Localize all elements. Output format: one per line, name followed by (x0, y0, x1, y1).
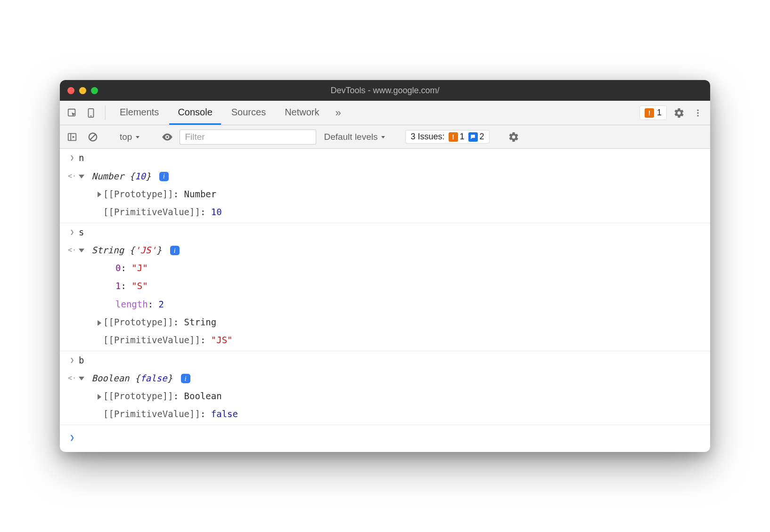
property-key: [[Prototype]] (103, 391, 173, 401)
console-output: ❯ n<· Number {10} i [[Prototype]]: Numbe… (60, 149, 710, 451)
console-output-row[interactable]: <· Boolean {false} i (60, 369, 710, 387)
issues-label: 3 Issues: (410, 132, 444, 142)
warning-icon: ! (645, 108, 654, 118)
object-property-row: [[PrimitiveValue]]: 10 (60, 203, 710, 223)
object-property-row: [[PrimitiveValue]]: false (60, 405, 710, 425)
property-key: [[PrimitiveValue]] (103, 409, 200, 419)
device-toggle-icon[interactable] (82, 101, 99, 125)
filter-input[interactable] (180, 129, 316, 145)
chevron-down-icon (135, 134, 140, 140)
warnings-count: 1 (657, 108, 662, 118)
svg-line-10 (90, 134, 96, 139)
disclosure-triangle-icon[interactable] (79, 249, 84, 252)
clear-console-icon[interactable] (84, 132, 101, 142)
tab-elements[interactable]: Elements (111, 101, 167, 125)
message-icon (468, 132, 478, 142)
object-header[interactable]: String {'JS'} i (79, 242, 704, 258)
divider (105, 105, 106, 120)
console-prompt[interactable]: ❯ (60, 425, 710, 452)
property-value: 2 (159, 299, 164, 309)
property-key: [[Prototype]] (103, 317, 173, 327)
tab-sources[interactable]: Sources (223, 101, 274, 125)
devtools-window: DevTools - www.google.com/ Elements Cons… (60, 80, 710, 451)
warnings-badge[interactable]: ! 1 (639, 105, 667, 120)
disclosure-triangle-icon[interactable] (98, 394, 101, 400)
property-value: false (211, 409, 238, 419)
console-toolbar: top Default levels 3 Issues: ! 1 2 (60, 125, 710, 149)
console-output-row[interactable]: <· String {'JS'} i (60, 241, 710, 259)
input-chevron-icon: ❯ (66, 225, 79, 239)
window-title: DevTools - www.google.com/ (330, 86, 439, 96)
svg-marker-13 (381, 136, 385, 138)
property-key: [[PrimitiveValue]] (103, 335, 200, 345)
output-chevron-icon: <· (66, 371, 79, 385)
info-icon[interactable]: i (159, 172, 169, 181)
property-value: 10 (211, 207, 222, 217)
output-chevron-icon: <· (66, 242, 79, 257)
object-property-row: length: 2 (60, 295, 710, 313)
prompt-chevron-icon: ❯ (66, 429, 79, 444)
issues-warn-badge: ! 1 (449, 132, 465, 142)
console-input-row[interactable]: ❯ n (60, 149, 710, 167)
svg-point-4 (697, 112, 698, 113)
minimize-window-button[interactable] (79, 87, 86, 94)
input-text: n (79, 150, 704, 165)
property-key: 1 (115, 281, 121, 291)
input-text: b (79, 353, 704, 368)
svg-rect-6 (68, 133, 76, 140)
object-property-row: 1: "S" (60, 277, 710, 295)
settings-icon[interactable] (671, 101, 688, 125)
input-text: s (79, 225, 704, 240)
property-key: length (115, 299, 148, 309)
svg-marker-8 (73, 136, 75, 138)
output-chevron-icon: <· (66, 169, 79, 183)
object-header[interactable]: Number {10} i (79, 169, 704, 184)
object-property-row[interactable]: [[Prototype]]: String (60, 313, 710, 331)
svg-marker-11 (136, 136, 139, 138)
close-window-button[interactable] (67, 87, 74, 94)
kebab-menu-icon[interactable] (689, 101, 706, 125)
console-input-row[interactable]: ❯ b (60, 351, 710, 369)
console-input-row[interactable]: ❯ s (60, 223, 710, 241)
property-value: String (184, 317, 217, 327)
log-levels-select[interactable]: Default levels (320, 132, 390, 142)
maximize-window-button[interactable] (91, 87, 98, 94)
property-key: 0 (115, 263, 121, 273)
tab-network[interactable]: Network (276, 101, 328, 125)
disclosure-triangle-icon[interactable] (98, 320, 101, 326)
issues-msg-count: 2 (480, 132, 484, 142)
chevron-down-icon (380, 134, 386, 140)
input-chevron-icon: ❯ (66, 353, 79, 367)
issues-badge[interactable]: 3 Issues: ! 1 2 (405, 130, 489, 144)
console-settings-icon[interactable] (505, 131, 522, 143)
issues-msg-badge: 2 (468, 132, 484, 142)
property-value: "J" (131, 263, 147, 273)
traffic-lights (67, 87, 98, 94)
warning-icon: ! (449, 132, 458, 142)
property-key: [[Prototype]] (103, 189, 173, 199)
disclosure-triangle-icon[interactable] (79, 377, 84, 380)
titlebar: DevTools - www.google.com/ (60, 80, 710, 101)
info-icon[interactable]: i (170, 246, 180, 255)
info-icon[interactable]: i (181, 374, 190, 383)
main-tabs: Elements Console Sources Network » ! 1 (60, 101, 710, 125)
context-label: top (120, 132, 132, 142)
tab-console[interactable]: Console (169, 101, 221, 125)
input-chevron-icon: ❯ (66, 150, 79, 164)
levels-label: Default levels (324, 132, 377, 142)
property-value: Boolean (184, 391, 222, 401)
svg-point-3 (697, 109, 698, 111)
live-expression-icon[interactable] (159, 131, 176, 143)
inspect-element-icon[interactable] (64, 101, 81, 125)
disclosure-triangle-icon[interactable] (98, 192, 101, 197)
sidebar-toggle-icon[interactable] (64, 132, 81, 142)
object-property-row[interactable]: [[Prototype]]: Boolean (60, 387, 710, 405)
property-value: "JS" (211, 335, 233, 345)
console-output-row[interactable]: <· Number {10} i (60, 167, 710, 185)
object-property-row[interactable]: [[Prototype]]: Number (60, 185, 710, 203)
object-header[interactable]: Boolean {false} i (79, 371, 704, 386)
object-property-row: 0: "J" (60, 259, 710, 277)
disclosure-triangle-icon[interactable] (79, 175, 84, 178)
more-tabs-icon[interactable]: » (330, 101, 347, 125)
execution-context-select[interactable]: top (117, 132, 143, 142)
